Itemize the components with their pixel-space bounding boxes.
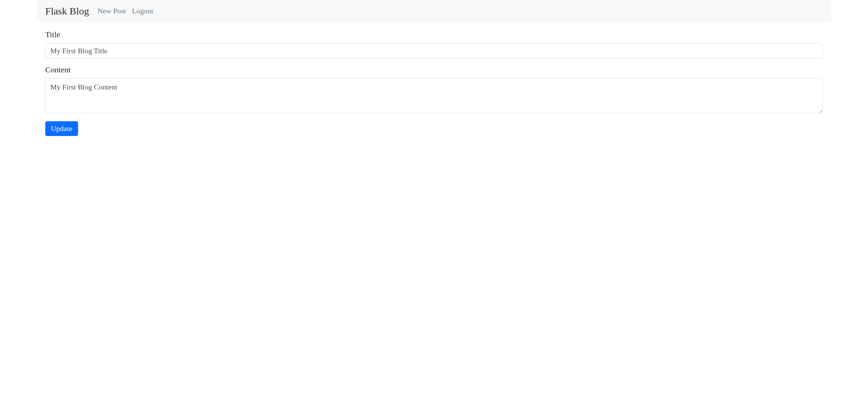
navbar-brand[interactable]: Flask Blog xyxy=(45,5,89,17)
content-textarea[interactable] xyxy=(45,78,823,113)
content-label: Content xyxy=(45,65,823,74)
nav-link-new-post[interactable]: New Post xyxy=(97,7,126,15)
update-button[interactable]: Update xyxy=(45,121,78,136)
nav-link-logout[interactable]: Logout xyxy=(132,7,154,15)
title-input[interactable] xyxy=(45,43,823,59)
navbar: Flask Blog New Post Logout xyxy=(37,0,831,22)
content-group: Content xyxy=(45,65,823,115)
title-group: Title xyxy=(45,30,823,59)
title-label: Title xyxy=(45,30,823,39)
form-container: Title Content Update xyxy=(37,22,831,145)
